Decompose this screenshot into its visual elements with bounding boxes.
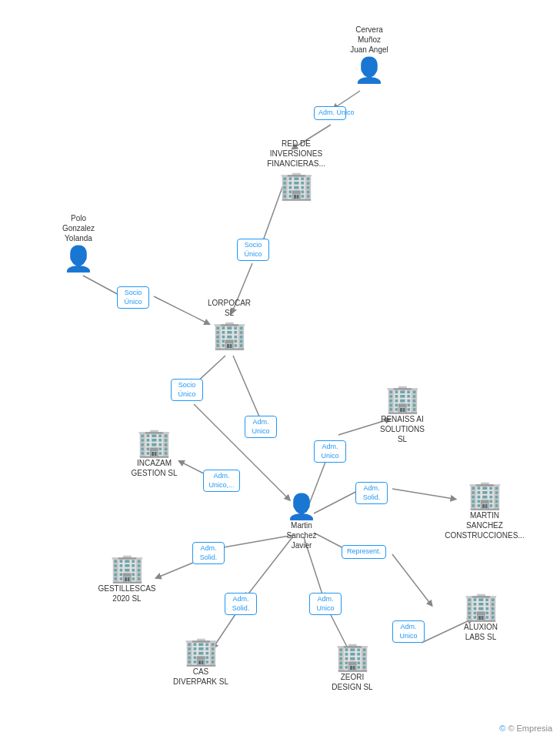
zeori-label: ZEORI DESIGN SL xyxy=(332,672,372,692)
red-inversiones-icon: 🏢 xyxy=(279,172,314,199)
aluxion-icon: 🏢 xyxy=(464,593,498,620)
badge-adm-solid-gestillescas: Adm.Solid. xyxy=(192,542,225,564)
cas-icon: 🏢 xyxy=(184,637,218,665)
gestillescas-icon: 🏢 xyxy=(110,554,145,582)
org-chart: Cervera Muñoz Juan Angel 👤 Adm. Único RE… xyxy=(0,0,560,739)
polo-label: Polo Gonzalez Yolanda xyxy=(62,213,95,243)
badge-socio-unico-polo: SocioÚnico xyxy=(117,286,149,309)
red-inversiones-label: RED DE INVERSIONES FINANCIERAS... xyxy=(267,139,325,169)
node-polo: Polo Gonzalez Yolanda 👤 xyxy=(48,212,109,271)
node-martin: 👤 Martin Sanchez Javier xyxy=(271,494,332,550)
node-lorpocar: LORPOCAR SL 🏢 xyxy=(198,296,260,349)
gestillescas-label: GESTILLESCAS 2020 SL xyxy=(98,584,155,604)
node-cervera: Cervera Muñoz Juan Angel 👤 xyxy=(335,23,404,82)
svg-line-15 xyxy=(392,489,454,499)
node-renaiss: 🏢 RENAISS AI SOLUTIONS SL xyxy=(368,385,437,444)
cervera-label: Cervera Muñoz Juan Angel xyxy=(350,25,388,55)
badge-adm-unico-zeori: Adm.Unico xyxy=(309,593,342,615)
badge-adm-unico-renaiss: Adm.Unico xyxy=(314,440,346,463)
martin-person-icon: 👤 xyxy=(286,494,317,519)
node-zeori: 🏢 ZEORI DESIGN SL xyxy=(322,643,383,692)
cas-label: CAS DIVERPARK SL xyxy=(173,667,228,687)
polo-person-icon: 👤 xyxy=(63,246,94,271)
zeori-icon: 🏢 xyxy=(335,643,370,670)
svg-line-19 xyxy=(392,554,431,604)
badge-socio-unico-red: SocioÚnico xyxy=(237,239,269,261)
badge-adm-solid-cas: Adm.Solid. xyxy=(225,593,257,615)
node-martin-constr: 🏢 MARTIN SANCHEZ CONSTRUCCIONES... xyxy=(446,481,523,540)
martin-label: Martin Sanchez Javier xyxy=(287,520,317,550)
renaiss-label: RENAISS AI SOLUTIONS SL xyxy=(380,414,425,444)
node-red-inversiones: RED DE INVERSIONES FINANCIERAS... 🏢 xyxy=(262,137,331,199)
svg-line-10 xyxy=(233,356,262,422)
incazam-icon: 🏢 xyxy=(137,429,172,456)
badge-adm-unico-cervera: Adm. Único xyxy=(314,106,346,120)
node-gestillescas: 🏢 GESTILLESCAS 2020 SL xyxy=(92,554,162,604)
cervera-person-icon: 👤 xyxy=(354,58,385,82)
badge-socio-unico-lorpocar: SocioÚnico xyxy=(171,379,203,401)
badge-adm-unico-incazam: Adm.Unico,... xyxy=(203,470,240,492)
martin-constr-icon: 🏢 xyxy=(468,481,502,509)
node-cas-diverpark: 🏢 CAS DIVERPARK SL xyxy=(166,637,235,687)
lorpocar-icon: 🏢 xyxy=(212,321,247,349)
watermark: © © Empresia xyxy=(499,724,552,733)
node-incazam: 🏢 INCAZAM GESTION SL xyxy=(122,429,187,478)
badge-adm-unico-aluxion: Adm.Unico xyxy=(392,620,425,643)
badge-represent: Represent. xyxy=(342,545,386,559)
martin-constr-label: MARTIN SANCHEZ CONSTRUCCIONES... xyxy=(445,510,524,540)
node-aluxion: 🏢 ALUXION LABS SL xyxy=(446,593,515,642)
aluxion-label: ALUXION LABS SL xyxy=(464,622,498,642)
svg-line-6 xyxy=(83,276,122,296)
incazam-label: INCAZAM GESTION SL xyxy=(131,458,177,478)
badge-adm-solid-martin-constr: Adm.Solid. xyxy=(355,482,388,504)
renaiss-icon: 🏢 xyxy=(385,385,420,413)
lorpocar-label: LORPOCAR SL xyxy=(208,298,251,318)
badge-adm-unico-lorpocar: Adm.Unico xyxy=(245,416,277,438)
svg-line-2 xyxy=(335,91,360,108)
